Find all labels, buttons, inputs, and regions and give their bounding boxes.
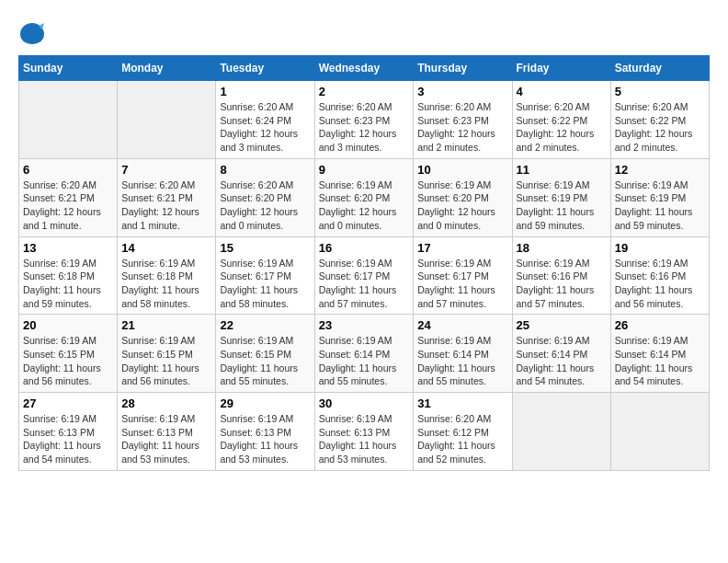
day-number: 19	[615, 241, 705, 255]
day-info: Sunrise: 6:19 AM Sunset: 6:18 PM Dayligh…	[121, 257, 211, 311]
calendar-week-row: 6Sunrise: 6:20 AM Sunset: 6:21 PM Daylig…	[19, 158, 710, 236]
calendar-cell: 11Sunrise: 6:19 AM Sunset: 6:19 PM Dayli…	[512, 158, 610, 236]
day-info: Sunrise: 6:20 AM Sunset: 6:23 PM Dayligh…	[417, 100, 507, 155]
day-info: Sunrise: 6:20 AM Sunset: 6:22 PM Dayligh…	[517, 100, 607, 155]
day-info: Sunrise: 6:19 AM Sunset: 6:14 PM Dayligh…	[319, 334, 410, 388]
day-number: 15	[220, 241, 310, 255]
day-number: 3	[417, 85, 507, 98]
day-number: 12	[615, 163, 705, 177]
calendar-cell: 23Sunrise: 6:19 AM Sunset: 6:14 PM Dayli…	[314, 315, 414, 393]
day-number: 17	[417, 241, 507, 255]
day-header-monday: Monday	[118, 56, 216, 81]
day-number: 16	[319, 241, 410, 255]
calendar-cell: 13Sunrise: 6:19 AM Sunset: 6:18 PM Dayli…	[19, 236, 118, 315]
day-number: 21	[121, 318, 211, 332]
calendar-week-row: 1Sunrise: 6:20 AM Sunset: 6:24 PM Daylig…	[19, 81, 710, 159]
calendar-cell: 26Sunrise: 6:19 AM Sunset: 6:14 PM Dayli…	[610, 315, 709, 393]
calendar-week-row: 20Sunrise: 6:19 AM Sunset: 6:15 PM Dayli…	[19, 315, 710, 393]
day-header-sunday: Sunday	[19, 56, 118, 81]
day-number: 11	[517, 163, 607, 177]
calendar-table: SundayMondayTuesdayWednesdayThursdayFrid…	[18, 55, 710, 471]
calendar-cell: 27Sunrise: 6:19 AM Sunset: 6:13 PM Dayli…	[19, 393, 118, 471]
calendar-cell: 21Sunrise: 6:19 AM Sunset: 6:15 PM Dayli…	[118, 315, 216, 393]
day-number: 27	[23, 396, 113, 410]
day-number: 1	[220, 85, 310, 98]
day-header-thursday: Thursday	[414, 56, 512, 81]
calendar-header-row: SundayMondayTuesdayWednesdayThursdayFrid…	[19, 56, 710, 81]
day-number: 2	[319, 85, 410, 98]
day-number: 29	[220, 396, 310, 410]
day-number: 23	[319, 318, 410, 332]
day-info: Sunrise: 6:19 AM Sunset: 6:19 PM Dayligh…	[517, 178, 607, 233]
day-info: Sunrise: 6:19 AM Sunset: 6:15 PM Dayligh…	[220, 334, 310, 388]
day-info: Sunrise: 6:19 AM Sunset: 6:20 PM Dayligh…	[417, 178, 507, 233]
calendar-cell: 3Sunrise: 6:20 AM Sunset: 6:23 PM Daylig…	[414, 81, 512, 159]
day-info: Sunrise: 6:19 AM Sunset: 6:20 PM Dayligh…	[319, 178, 410, 233]
calendar-cell: 14Sunrise: 6:19 AM Sunset: 6:18 PM Dayli…	[118, 236, 216, 315]
day-info: Sunrise: 6:20 AM Sunset: 6:24 PM Dayligh…	[220, 100, 310, 155]
day-info: Sunrise: 6:19 AM Sunset: 6:17 PM Dayligh…	[220, 257, 310, 311]
calendar-cell: 30Sunrise: 6:19 AM Sunset: 6:13 PM Dayli…	[314, 393, 414, 471]
day-info: Sunrise: 6:19 AM Sunset: 6:19 PM Dayligh…	[615, 178, 705, 233]
day-number: 14	[121, 241, 211, 255]
calendar-week-row: 13Sunrise: 6:19 AM Sunset: 6:18 PM Dayli…	[19, 236, 710, 315]
day-info: Sunrise: 6:19 AM Sunset: 6:18 PM Dayligh…	[23, 257, 113, 311]
day-info: Sunrise: 6:19 AM Sunset: 6:13 PM Dayligh…	[121, 412, 211, 466]
day-info: Sunrise: 6:20 AM Sunset: 6:22 PM Dayligh…	[615, 100, 705, 155]
day-number: 24	[417, 318, 507, 332]
calendar-cell: 18Sunrise: 6:19 AM Sunset: 6:16 PM Dayli…	[512, 236, 610, 315]
calendar-cell: 29Sunrise: 6:19 AM Sunset: 6:13 PM Dayli…	[216, 393, 314, 471]
calendar-cell: 25Sunrise: 6:19 AM Sunset: 6:14 PM Dayli…	[512, 315, 610, 393]
calendar-cell: 6Sunrise: 6:20 AM Sunset: 6:21 PM Daylig…	[19, 158, 118, 236]
calendar-cell: 12Sunrise: 6:19 AM Sunset: 6:19 PM Dayli…	[610, 158, 709, 236]
day-header-friday: Friday	[512, 56, 610, 81]
day-info: Sunrise: 6:19 AM Sunset: 6:14 PM Dayligh…	[615, 334, 705, 388]
day-info: Sunrise: 6:20 AM Sunset: 6:12 PM Dayligh…	[417, 412, 507, 466]
calendar-cell	[19, 81, 118, 159]
calendar-cell: 5Sunrise: 6:20 AM Sunset: 6:22 PM Daylig…	[610, 81, 709, 159]
day-header-wednesday: Wednesday	[314, 56, 414, 81]
calendar-cell: 16Sunrise: 6:19 AM Sunset: 6:17 PM Dayli…	[314, 236, 414, 315]
calendar-cell: 1Sunrise: 6:20 AM Sunset: 6:24 PM Daylig…	[216, 81, 314, 159]
day-info: Sunrise: 6:19 AM Sunset: 6:15 PM Dayligh…	[23, 334, 113, 388]
calendar-cell: 28Sunrise: 6:19 AM Sunset: 6:13 PM Dayli…	[118, 393, 216, 471]
day-number: 20	[23, 318, 113, 332]
page-header	[18, 18, 710, 46]
day-number: 31	[417, 396, 507, 410]
day-number: 28	[121, 396, 211, 410]
day-number: 9	[319, 163, 410, 177]
calendar-cell: 4Sunrise: 6:20 AM Sunset: 6:22 PM Daylig…	[512, 81, 610, 159]
day-number: 5	[615, 85, 705, 98]
day-number: 6	[23, 163, 113, 177]
day-info: Sunrise: 6:19 AM Sunset: 6:14 PM Dayligh…	[517, 334, 607, 388]
calendar-cell	[118, 81, 216, 159]
day-number: 22	[220, 318, 310, 332]
day-number: 8	[220, 163, 310, 177]
calendar-week-row: 27Sunrise: 6:19 AM Sunset: 6:13 PM Dayli…	[19, 393, 710, 471]
calendar-cell	[610, 393, 709, 471]
calendar-cell: 10Sunrise: 6:19 AM Sunset: 6:20 PM Dayli…	[414, 158, 512, 236]
calendar-cell: 8Sunrise: 6:20 AM Sunset: 6:20 PM Daylig…	[216, 158, 314, 236]
day-header-saturday: Saturday	[610, 56, 709, 81]
day-number: 26	[615, 318, 705, 332]
day-info: Sunrise: 6:19 AM Sunset: 6:16 PM Dayligh…	[615, 257, 705, 311]
day-number: 7	[121, 163, 211, 177]
day-info: Sunrise: 6:19 AM Sunset: 6:13 PM Dayligh…	[23, 412, 113, 466]
calendar-cell: 7Sunrise: 6:20 AM Sunset: 6:21 PM Daylig…	[118, 158, 216, 236]
calendar-cell: 2Sunrise: 6:20 AM Sunset: 6:23 PM Daylig…	[314, 81, 414, 159]
day-info: Sunrise: 6:19 AM Sunset: 6:17 PM Dayligh…	[319, 257, 410, 311]
calendar-cell: 24Sunrise: 6:19 AM Sunset: 6:14 PM Dayli…	[414, 315, 512, 393]
day-info: Sunrise: 6:20 AM Sunset: 6:21 PM Dayligh…	[121, 178, 211, 233]
day-number: 30	[319, 396, 410, 410]
day-info: Sunrise: 6:20 AM Sunset: 6:21 PM Dayligh…	[23, 178, 113, 233]
day-info: Sunrise: 6:19 AM Sunset: 6:14 PM Dayligh…	[417, 334, 507, 388]
calendar-cell: 9Sunrise: 6:19 AM Sunset: 6:20 PM Daylig…	[314, 158, 414, 236]
day-info: Sunrise: 6:20 AM Sunset: 6:23 PM Dayligh…	[319, 100, 410, 155]
calendar-cell: 19Sunrise: 6:19 AM Sunset: 6:16 PM Dayli…	[610, 236, 709, 315]
calendar-cell: 20Sunrise: 6:19 AM Sunset: 6:15 PM Dayli…	[19, 315, 118, 393]
day-info: Sunrise: 6:19 AM Sunset: 6:15 PM Dayligh…	[121, 334, 211, 388]
calendar-cell: 31Sunrise: 6:20 AM Sunset: 6:12 PM Dayli…	[414, 393, 512, 471]
day-number: 13	[23, 241, 113, 255]
day-info: Sunrise: 6:19 AM Sunset: 6:13 PM Dayligh…	[319, 412, 410, 466]
logo-icon	[18, 18, 46, 46]
